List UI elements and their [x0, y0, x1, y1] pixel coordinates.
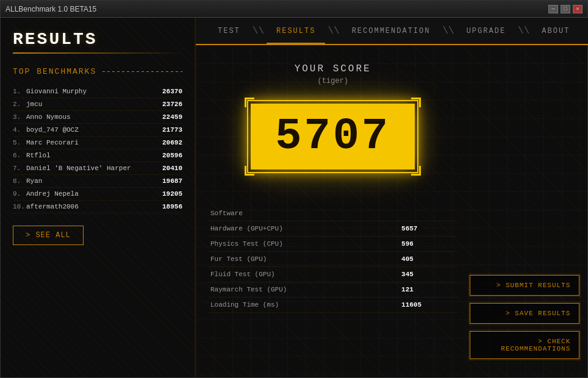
benchmark-score: 21773	[162, 126, 182, 134]
benchmark-name: Giovanni Murphy	[26, 88, 162, 95]
stat-value: 345	[399, 267, 457, 282]
nav-separator: \\	[515, 26, 532, 37]
right-panel: TEST\\RESULTS\\RECOMMENDATION\\UPGRADE\\…	[196, 18, 588, 377]
benchmark-item: 1. Giovanni Murphy 26370	[13, 85, 182, 98]
benchmark-score: 19687	[162, 177, 182, 185]
benchmark-item: 6. Rtflol 20596	[13, 149, 182, 162]
nav-item-results[interactable]: RESULTS	[267, 18, 325, 44]
see-all-button[interactable]: > SEE ALL	[13, 226, 84, 245]
benchmark-name: boyd_747 @OCZ	[26, 126, 162, 134]
benchmark-item: 4. boyd_747 @OCZ 21773	[13, 124, 182, 137]
benchmark-rank: 6.	[13, 152, 26, 159]
score-wrapper: 5707	[251, 104, 415, 188]
stat-row: Software	[208, 206, 457, 221]
score-area: YOUR SCORE (tiger) 5707 Software	[196, 45, 588, 377]
close-button[interactable]: ✕	[573, 5, 583, 13]
navbar: TEST\\RESULTS\\RECOMMENDATION\\UPGRADE\\…	[196, 18, 588, 45]
submit-results-button[interactable]: > SUBMIT RESULTS	[470, 275, 579, 296]
stat-row: Fluid Test (GPU) 345	[208, 267, 457, 282]
benchmark-rank: 5.	[13, 139, 26, 146]
check-recommendations-button[interactable]: > CHECK RECOMMENDATIONS	[470, 331, 579, 359]
benchmark-score: 20596	[162, 152, 182, 159]
benchmark-item: 2. jmcu 23726	[13, 98, 182, 111]
benchmark-score: 20692	[162, 139, 182, 146]
stat-value: 5657	[399, 221, 457, 237]
score-number: 5707	[275, 115, 390, 159]
nav-separator: \\	[440, 26, 456, 37]
benchmark-list: 1. Giovanni Murphy 26370 2. jmcu 23726 3…	[13, 85, 182, 213]
stat-label: Fur Test (GPU)	[208, 252, 399, 267]
benchmark-name: Anno Nymous	[26, 113, 162, 121]
main-content: RESULTS TOP BENCHMARKS 1. Giovanni Murph…	[1, 18, 587, 377]
stat-label: Hardware (GPU+CPU)	[208, 221, 399, 237]
results-heading: RESULTS	[13, 30, 182, 49]
benchmark-score: 20410	[162, 165, 182, 172]
stat-label: Physics Test (CPU)	[208, 237, 399, 252]
your-score-label: YOUR SCORE	[295, 63, 371, 74]
benchmark-rank: 4.	[13, 126, 26, 134]
titlebar: ALLBenchmark 1.0 BETA15 — □ ✕	[1, 1, 587, 18]
nav-separator: \\	[250, 26, 267, 37]
action-buttons: > SUBMIT RESULTS > SAVE RESULTS > CHECK …	[470, 57, 579, 365]
benchmark-score: 26370	[162, 88, 182, 95]
benchmark-item: 10. aftermath2006 18956	[13, 201, 182, 213]
benchmark-rank: 3.	[13, 113, 26, 121]
benchmark-rank: 7.	[13, 165, 26, 172]
window-title: ALLBenchmark 1.0 BETA15	[5, 5, 96, 13]
stat-row: Loading Time (ms) 11605	[208, 298, 457, 313]
benchmark-rank: 10.	[13, 203, 26, 210]
score-subtitle: (tiger)	[317, 77, 348, 85]
stat-label: Raymarch Test (GPU)	[208, 282, 399, 298]
benchmark-score: 22459	[162, 113, 182, 121]
benchmark-name: Ryan	[26, 177, 162, 185]
nav-item-about[interactable]: ABOUT	[532, 18, 579, 44]
benchmark-item: 5. Marc Pecorari 20692	[13, 137, 182, 149]
benchmark-item: 3. Anno Nymous 22459	[13, 111, 182, 124]
stat-value	[399, 206, 457, 221]
stat-label: Loading Time (ms)	[208, 298, 399, 313]
nav-item-test[interactable]: TEST	[208, 18, 250, 44]
top-benchmarks-heading: TOP BENCHMARKS	[13, 67, 182, 76]
stat-row: Hardware (GPU+CPU) 5657	[208, 221, 457, 237]
benchmark-rank: 8.	[13, 177, 26, 185]
stat-row: Fur Test (GPU) 405	[208, 252, 457, 267]
score-display: 5707	[251, 104, 415, 169]
corner-tl	[245, 98, 254, 107]
stat-label: Fluid Test (GPU)	[208, 267, 399, 282]
nav-separator: \\	[325, 26, 342, 37]
corner-tr	[411, 98, 421, 107]
stats-table: Software Hardware (GPU+CPU) 5657 Physics…	[208, 206, 457, 313]
maximize-button[interactable]: □	[561, 5, 570, 13]
nav-item-upgrade[interactable]: UPGRADE	[457, 18, 515, 44]
benchmark-item: 7. Daniel 'B Negative' Harper 20410	[13, 162, 182, 175]
window-controls: — □ ✕	[548, 5, 583, 13]
benchmark-name: Daniel 'B Negative' Harper	[26, 165, 162, 172]
stat-value: 405	[399, 252, 457, 267]
benchmark-name: Marc Pecorari	[26, 139, 162, 146]
benchmark-name: Rtflol	[26, 152, 162, 159]
corner-br	[411, 166, 421, 176]
benchmark-rank: 1.	[13, 88, 26, 95]
benchmark-rank: 2.	[13, 101, 26, 108]
corner-bl	[245, 166, 254, 176]
benchmark-name: aftermath2006	[26, 203, 162, 210]
benchmark-score: 18956	[162, 203, 182, 210]
benchmark-item: 9. Andrej Nepela 19205	[13, 188, 182, 201]
stat-row: Raymarch Test (GPU) 121	[208, 282, 457, 298]
stat-label: Software	[208, 206, 399, 221]
nav-item-recommendation[interactable]: RECOMMENDATION	[342, 18, 440, 44]
stat-value: 11605	[399, 298, 457, 313]
sidebar: RESULTS TOP BENCHMARKS 1. Giovanni Murph…	[1, 18, 196, 377]
minimize-button[interactable]: —	[548, 5, 558, 13]
stat-value: 121	[399, 282, 457, 298]
stat-value: 596	[399, 237, 457, 252]
score-left: YOUR SCORE (tiger) 5707 Software	[208, 57, 457, 365]
benchmark-score: 23726	[162, 101, 182, 108]
benchmark-item: 8. Ryan 19687	[13, 175, 182, 188]
benchmark-name: jmcu	[26, 101, 162, 108]
benchmark-rank: 9.	[13, 190, 26, 198]
benchmark-name: Andrej Nepela	[26, 190, 162, 198]
stat-row: Physics Test (CPU) 596	[208, 237, 457, 252]
save-results-button[interactable]: > SAVE RESULTS	[470, 303, 579, 324]
app-window: ALLBenchmark 1.0 BETA15 — □ ✕ RESULTS TO…	[0, 0, 588, 378]
